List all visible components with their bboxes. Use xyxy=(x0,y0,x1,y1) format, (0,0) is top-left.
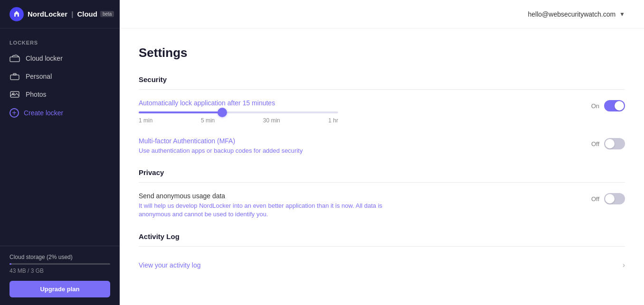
storage-used-text: 43 MB / 3 GB xyxy=(9,268,110,274)
mfa-toggle[interactable] xyxy=(604,138,625,149)
cloud-locker-label: Cloud locker xyxy=(26,55,63,62)
slider-thumb[interactable] xyxy=(218,108,227,117)
mfa-setting: Multi-factor Authentication (MFA) Use au… xyxy=(139,137,625,155)
slider-label-30min: 30 min xyxy=(263,117,280,124)
sidebar: NordLocker | Cloud beta Lockers Cloud lo… xyxy=(0,0,120,305)
svg-rect-1 xyxy=(10,57,19,62)
lockers-section-label: Lockers xyxy=(0,28,120,49)
slider-label-5min: 5 min xyxy=(201,117,215,124)
sidebar-nav: Lockers Cloud locker Personal xyxy=(0,28,120,246)
usage-data-toggle[interactable] xyxy=(604,193,625,204)
cloud-locker-icon xyxy=(9,54,20,63)
photos-label: Photos xyxy=(26,91,47,98)
activity-log-section: Activity Log View your activity log › xyxy=(139,232,625,274)
sidebar-item-cloud-locker[interactable]: Cloud locker xyxy=(0,49,120,67)
activity-log-chevron-icon: › xyxy=(623,261,625,269)
auto-lock-setting: Automatically lock application after 15 … xyxy=(139,99,625,128)
user-menu[interactable]: hello@websecuritywatch.com ▼ xyxy=(528,10,625,18)
usage-toggle-knob xyxy=(605,194,615,203)
upgrade-plan-button[interactable]: Upgrade plan xyxy=(9,281,110,297)
main-content: hello@websecuritywatch.com ▼ Settings Se… xyxy=(120,0,644,305)
user-email: hello@websecuritywatch.com xyxy=(528,10,616,18)
sidebar-item-personal[interactable]: Personal xyxy=(0,67,120,85)
personal-label: Personal xyxy=(26,73,52,80)
auto-lock-status: On xyxy=(591,102,599,110)
mfa-right: Off xyxy=(591,138,625,149)
slider-track[interactable] xyxy=(139,111,338,113)
auto-lock-right: On xyxy=(591,100,625,111)
photos-icon xyxy=(9,90,20,99)
user-menu-chevron-icon: ▼ xyxy=(619,11,625,18)
storage-label: Cloud storage (2% used) xyxy=(9,254,110,260)
activity-log-link[interactable]: View your activity log xyxy=(139,261,200,269)
mfa-label: Multi-factor Authentication (MFA) xyxy=(139,137,572,145)
usage-right: Off xyxy=(591,193,625,204)
storage-bar-fill xyxy=(9,263,11,265)
usage-status: Off xyxy=(591,195,599,203)
auto-lock-slider[interactable]: 1 min 5 min 30 min 1 hr xyxy=(139,111,572,124)
create-locker-label: Create locker xyxy=(24,109,63,117)
security-section: Security Automatically lock application … xyxy=(139,75,625,155)
usage-desc: It will help us develop NordLocker into … xyxy=(139,202,386,219)
mfa-desc: Use authentication apps or backup codes … xyxy=(139,147,386,155)
auto-lock-label: Automatically lock application after 15 … xyxy=(139,99,572,107)
activity-log-row[interactable]: View your activity log › xyxy=(139,256,625,274)
nordlocker-logo-icon xyxy=(9,7,24,21)
activity-log-section-title: Activity Log xyxy=(139,232,625,240)
slider-fill xyxy=(139,111,222,113)
security-section-title: Security xyxy=(139,75,625,83)
settings-content: Settings Security Automatically lock app… xyxy=(120,28,644,305)
auto-lock-left: Automatically lock application after 15 … xyxy=(139,99,572,128)
logo-text: NordLocker | Cloud beta xyxy=(28,10,114,18)
slider-labels: 1 min 5 min 30 min 1 hr xyxy=(139,117,338,124)
mfa-status: Off xyxy=(591,140,599,148)
usage-data-setting: Send anonymous usage data It will help u… xyxy=(139,192,625,219)
page-title: Settings xyxy=(139,46,625,60)
privacy-section-title: Privacy xyxy=(139,168,625,176)
auto-lock-toggle[interactable] xyxy=(604,100,625,111)
storage-bar xyxy=(9,263,110,265)
security-divider xyxy=(139,89,625,90)
privacy-section: Privacy Send anonymous usage data It wil… xyxy=(139,168,625,219)
svg-rect-2 xyxy=(10,75,19,80)
sidebar-header: NordLocker | Cloud beta xyxy=(0,0,120,28)
usage-left: Send anonymous usage data It will help u… xyxy=(139,192,572,219)
svg-rect-3 xyxy=(13,74,16,75)
personal-icon xyxy=(9,72,20,81)
sidebar-footer: Cloud storage (2% used) 43 MB / 3 GB Upg… xyxy=(0,246,120,305)
sidebar-item-photos[interactable]: Photos xyxy=(0,85,120,103)
activity-log-divider xyxy=(139,246,625,247)
usage-label: Send anonymous usage data xyxy=(139,192,572,200)
mfa-left: Multi-factor Authentication (MFA) Use au… xyxy=(139,137,572,155)
topbar: hello@websecuritywatch.com ▼ xyxy=(120,0,644,28)
privacy-divider xyxy=(139,182,625,183)
create-locker-button[interactable]: + Create locker xyxy=(0,103,120,122)
slider-label-1hr: 1 hr xyxy=(328,117,338,124)
auto-lock-toggle-knob xyxy=(615,101,624,111)
slider-label-1min: 1 min xyxy=(139,117,152,124)
create-locker-icon: + xyxy=(9,108,19,118)
mfa-toggle-knob xyxy=(605,139,615,148)
